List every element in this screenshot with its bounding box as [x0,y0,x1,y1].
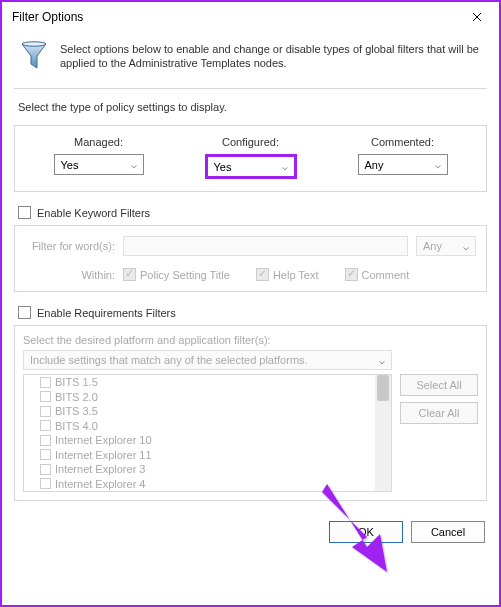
list-item: BITS 2.0 [24,390,391,405]
list-item: BITS 3.5 [24,404,391,419]
chevron-down-icon: ⌵ [282,161,294,172]
requirements-mode-value: Include settings that match any of the s… [30,354,308,366]
dialog-footer: OK Cancel [2,511,499,543]
ok-button[interactable]: OK [329,521,403,543]
window-title: Filter Options [12,10,83,24]
within-help-checkbox [256,268,269,281]
cancel-button[interactable]: Cancel [411,521,485,543]
list-item: Internet Explorer 11 [24,448,391,463]
filter-words-input [123,236,408,256]
match-mode-select: Any ⌵ [416,236,476,256]
filter-options-dialog: Filter Options Select options below to e… [0,0,501,607]
within-title-label: Policy Setting Title [140,269,230,281]
item-checkbox [40,449,51,460]
commented-value: Any [365,159,384,171]
list-item: Internet Explorer 4 [24,477,391,492]
within-help-label: Help Text [273,269,319,281]
configured-value: Yes [214,161,232,173]
item-checkbox [40,435,51,446]
chevron-down-icon: ⌵ [435,159,447,170]
scrollbar-thumb [377,375,389,401]
item-checkbox [40,420,51,431]
enable-requirements-label: Enable Requirements Filters [37,307,176,319]
item-checkbox [40,464,51,475]
commented-label: Commented: [371,136,434,148]
item-checkbox [40,377,51,388]
svg-point-0 [22,42,46,46]
header-description: Select options below to enable and chang… [50,40,483,76]
enable-requirements-row: Enable Requirements Filters [2,302,499,325]
funnel-icon [18,40,50,76]
scrollbar [375,375,391,491]
titlebar: Filter Options [2,2,499,32]
list-item: BITS 4.0 [24,419,391,434]
policy-type-group: Managed: Yes ⌵ Configured: Yes ⌵ Comment… [14,125,487,192]
commented-select[interactable]: Any ⌵ [358,154,448,175]
platform-list: BITS 1.5 BITS 2.0 BITS 3.5 BITS 4.0 Inte… [23,374,392,492]
match-mode-value: Any [423,240,442,252]
managed-value: Yes [61,159,79,171]
configured-label: Configured: [222,136,279,148]
filter-words-label: Filter for word(s): [25,240,115,252]
keyword-group: Filter for word(s): Any ⌵ Within: Policy… [14,225,487,292]
enable-keyword-row: Enable Keyword Filters [2,202,499,225]
chevron-down-icon: ⌵ [131,159,143,170]
managed-select[interactable]: Yes ⌵ [54,154,144,175]
enable-keyword-checkbox[interactable] [18,206,31,219]
close-button[interactable] [455,2,499,32]
within-comment-checkbox [345,268,358,281]
configured-select[interactable]: Yes ⌵ [205,154,297,179]
enable-requirements-checkbox[interactable] [18,306,31,319]
within-title-checkbox [123,268,136,281]
list-item: Internet Explorer 10 [24,433,391,448]
list-item: BITS 1.5 [24,375,391,390]
item-checkbox [40,406,51,417]
chevron-down-icon: ⌵ [379,355,391,366]
requirements-mode-select: Include settings that match any of the s… [23,350,392,370]
policy-section-label: Select the type of policy settings to di… [2,89,499,121]
requirements-group: Select the desired platform and applicat… [14,325,487,501]
within-label: Within: [25,269,115,281]
item-checkbox [40,391,51,402]
chevron-down-icon: ⌵ [463,241,475,252]
list-item: Internet Explorer 3 [24,462,391,477]
item-checkbox [40,478,51,489]
enable-keyword-label: Enable Keyword Filters [37,207,150,219]
within-comment-label: Comment [362,269,410,281]
header: Select options below to enable and chang… [2,32,499,88]
requirements-desc: Select the desired platform and applicat… [23,334,392,346]
select-all-button: Select All [400,374,478,396]
clear-all-button: Clear All [400,402,478,424]
managed-label: Managed: [74,136,123,148]
